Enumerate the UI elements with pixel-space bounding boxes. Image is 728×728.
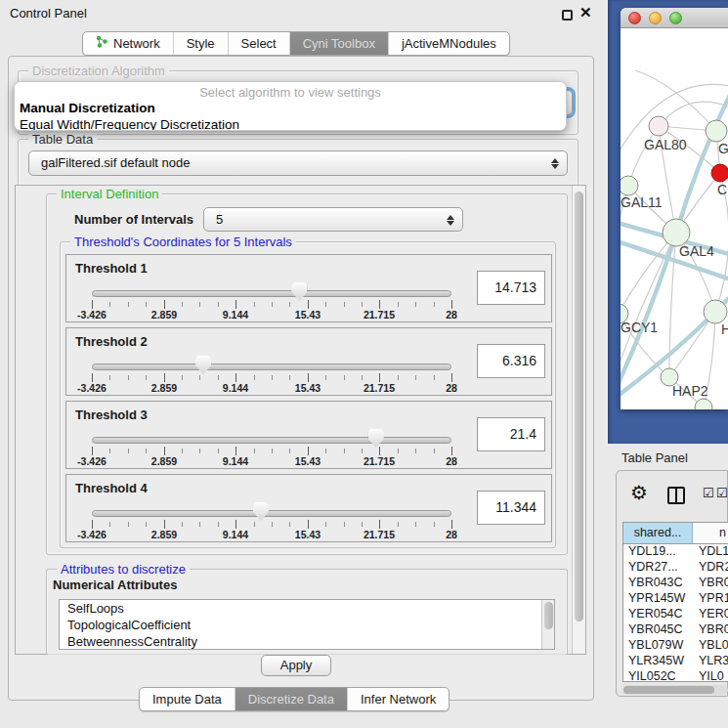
tab-impute-data[interactable]: Impute Data <box>140 688 235 710</box>
scrollbar-thumb[interactable] <box>544 602 553 629</box>
tab-select[interactable]: Select <box>228 32 289 55</box>
tab-network[interactable]: Network <box>83 32 173 55</box>
checkbox-icon[interactable]: ☑ <box>703 486 714 500</box>
tick-label: 28 <box>446 455 457 467</box>
threshold-label: Threshold 3 <box>75 407 148 422</box>
node-label: HAP2 <box>672 383 708 399</box>
threshold-slider-thumb[interactable] <box>195 356 211 374</box>
node-attribute-table: shared... n YDL19...YDL1 YDR27...YDR2 YB… <box>622 522 728 682</box>
node-label: GCY1 <box>621 320 658 335</box>
network-node[interactable] <box>663 219 690 246</box>
num-intervals-label: Number of Intervals <box>74 212 193 227</box>
attributes-listbox: SelfLoops TopologicalCoefficient Between… <box>59 599 555 650</box>
zoom-traffic-light-icon[interactable] <box>669 12 682 24</box>
table-row[interactable]: YIL052CYIL0 <box>623 669 728 682</box>
minimize-traffic-light-icon[interactable] <box>649 12 662 24</box>
num-intervals-value: 5 <box>216 212 223 227</box>
slider-minor-ticks <box>92 302 452 307</box>
bottom-tab-bar: Impute Data Discretize Data Infer Networ… <box>139 687 450 711</box>
float-window-icon[interactable] <box>562 10 573 21</box>
threshold-value-field[interactable]: 6.316 <box>477 344 545 378</box>
threshold-panel-4: Threshold 4 -3.426 2.859 9.144 15.43 21.… <box>65 474 552 542</box>
table-row[interactable]: YBR043CYBR0 <box>623 576 728 591</box>
network-node[interactable] <box>706 120 727 142</box>
interval-definition-title: Interval Definition <box>57 187 162 201</box>
threshold-slider-thumb[interactable] <box>253 502 269 521</box>
network-node[interactable] <box>621 176 638 195</box>
network-icon <box>96 32 108 55</box>
tick-label: 9.144 <box>223 455 248 467</box>
list-scrollbar[interactable] <box>541 600 554 649</box>
table-row[interactable]: YPR145WYPR1 <box>623 591 728 607</box>
network-node[interactable] <box>704 300 727 323</box>
network-node-selected[interactable] <box>711 164 728 182</box>
tab-style[interactable]: Style <box>173 32 228 55</box>
node-label: GAL80 <box>644 137 687 152</box>
column-header-name[interactable]: n <box>693 523 728 543</box>
tab-cyni-toolbox[interactable]: Cyni Toolbox <box>289 32 388 55</box>
tab-jactivemnodules[interactable]: jActiveMNodules <box>388 32 509 55</box>
scrollbar-thumb[interactable] <box>575 192 583 621</box>
table-row[interactable]: YDL19...YDL1 <box>623 544 728 560</box>
table-panel-window: ⚙ ☑ ☑ shared... n YDL19...YDL1 YDR27...Y… <box>616 470 728 697</box>
threshold-slider-track[interactable] <box>92 437 451 444</box>
vertical-scrollbar[interactable] <box>572 186 585 654</box>
tab-discretize-data[interactable]: Discretize Data <box>235 688 347 710</box>
network-canvas[interactable]: GAL80 GA C GAL11 GAL4 GCY1 H HAP2 <box>621 29 728 409</box>
tick-label: 28 <box>446 309 457 321</box>
apply-button[interactable]: Apply <box>261 655 331 676</box>
table-panel-title: Table Panel <box>621 450 688 465</box>
list-item[interactable]: BetweennessCentrality <box>60 633 554 650</box>
tick-label: 15.43 <box>295 382 321 394</box>
slider-minor-ticks <box>92 522 452 527</box>
attributes-group-title: Attributes to discretize <box>57 562 190 577</box>
dropdown-prompt[interactable]: Select algorithm to view settings <box>15 85 566 100</box>
network-node[interactable] <box>649 116 668 136</box>
node-label: C <box>717 182 727 197</box>
threshold-slider-track[interactable] <box>92 364 451 370</box>
tick-label: 15.43 <box>295 529 321 540</box>
scrollbar-thumb[interactable] <box>623 686 714 694</box>
horizontal-scrollbar[interactable] <box>622 685 728 695</box>
network-window-titlebar[interactable] <box>621 8 728 28</box>
list-item[interactable]: TopologicalCoefficient <box>60 617 554 633</box>
gear-icon[interactable]: ⚙ <box>630 481 648 504</box>
table-row[interactable]: YDR27...YDR2 <box>623 560 728 576</box>
dropdown-item-equal-width[interactable]: Equal Width/Frequency Discretization <box>15 116 566 131</box>
threshold-slider-thumb[interactable] <box>291 282 307 301</box>
list-item[interactable]: SelfLoops <box>60 600 554 617</box>
table-row[interactable]: YBL079WYBL0 <box>623 638 728 654</box>
num-intervals-combobox[interactable]: 5 <box>203 207 463 232</box>
table-data-combobox[interactable]: galFiltered.sif default node <box>28 150 568 176</box>
threshold-label: Threshold 2 <box>75 334 148 349</box>
tick-label: 28 <box>446 529 457 540</box>
threshold-slider-thumb[interactable] <box>368 429 384 448</box>
thresholds-group-title: Threshold's Coordinates for 5 Intervals <box>70 235 296 249</box>
close-icon[interactable]: ✕ <box>579 4 592 21</box>
tick-label: 21.715 <box>364 309 395 321</box>
threshold-slider-track[interactable] <box>92 290 451 297</box>
threshold-panel-3: Threshold 3 -3.426 2.859 9.144 15.43 21.… <box>65 401 552 469</box>
dropdown-item-manual[interactable]: Manual Discretization <box>15 100 566 116</box>
checkbox-icon[interactable]: ☑ <box>716 486 728 500</box>
tab-infer-network[interactable]: Infer Network <box>347 688 449 710</box>
tick-label: -3.426 <box>77 455 107 467</box>
settings-scroll-area: Interval Definition Number of Intervals … <box>15 185 586 655</box>
threshold-value-field[interactable]: 11.344 <box>477 491 545 525</box>
tick-label: 9.144 <box>223 382 248 394</box>
column-header-shared-name[interactable]: shared... <box>623 523 693 543</box>
close-traffic-light-icon[interactable] <box>628 12 641 24</box>
table-row[interactable]: YER054CYER0 <box>623 607 728 622</box>
threshold-value-field[interactable]: 14.713 <box>477 271 545 305</box>
tick-label: 9.144 <box>223 309 248 321</box>
threshold-slider-track[interactable] <box>92 510 451 517</box>
table-row[interactable]: YLR345WYLR3 <box>623 654 728 669</box>
network-view-frame: GAL80 GA C GAL11 GAL4 GCY1 H HAP2 <box>608 0 728 444</box>
tick-label: 9.144 <box>223 529 248 540</box>
table-row[interactable]: YBR045CYBR0 <box>623 622 728 638</box>
network-node[interactable] <box>695 399 712 409</box>
threshold-value-field[interactable]: 21.4 <box>477 417 545 451</box>
split-view-icon[interactable] <box>667 487 685 504</box>
top-tab-bar: Network Style Select Cyni Toolbox jActiv… <box>82 31 510 56</box>
tick-label: 15.43 <box>295 309 321 321</box>
